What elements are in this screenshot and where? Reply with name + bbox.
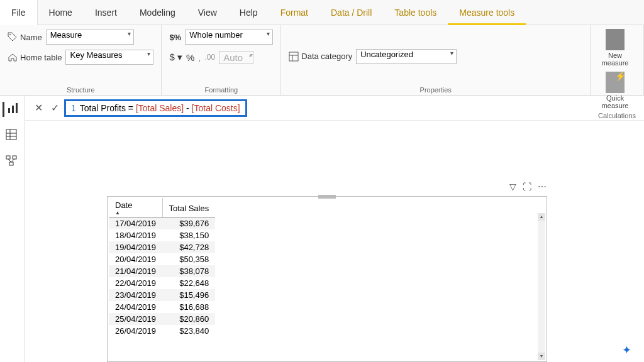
table-row[interactable]: 17/04/2019$39,676 <box>109 217 215 230</box>
group-formatting: $% Whole number $ ▾ % , .00 Auto Formatt… <box>162 25 281 95</box>
column-header-date[interactable]: Date▲ <box>109 198 162 217</box>
formula-bar: ✕ ✓ 1Total Profits = [Total Sales] - [To… <box>25 96 644 121</box>
svg-rect-12 <box>13 156 16 159</box>
group-label-structure: Structure <box>8 84 153 94</box>
tab-file[interactable]: File <box>0 0 38 25</box>
table-cell: 17/04/2019 <box>109 217 162 230</box>
svg-rect-7 <box>6 129 16 140</box>
decimal-button[interactable]: .00 <box>205 53 216 62</box>
table-row[interactable]: 18/04/2019$38,150 <box>109 229 215 241</box>
tab-modeling[interactable]: Modeling <box>128 0 187 25</box>
table-row[interactable]: 26/04/2019$23,840 <box>109 325 215 337</box>
table-cell: $38,150 <box>162 229 215 241</box>
table-cell: $15,496 <box>162 289 215 301</box>
category-icon <box>289 52 299 62</box>
name-input[interactable]: Measure <box>46 30 134 45</box>
table-cell: 21/04/2019 <box>109 265 162 277</box>
tag-icon <box>8 32 18 42</box>
filter-icon[interactable]: ▽ <box>509 182 516 192</box>
tab-table-tools[interactable]: Table tools <box>383 0 448 25</box>
table-cell: 26/04/2019 <box>109 325 162 337</box>
home-table-select[interactable]: Key Measures <box>65 50 153 65</box>
scroll-up-button[interactable]: ▴ <box>538 213 545 221</box>
comma-button[interactable]: , <box>198 52 201 63</box>
format-icon: $% <box>169 33 181 42</box>
ribbon: Name Measure Home table Key Measures Str… <box>0 25 644 96</box>
data-category-select[interactable]: Uncategorized <box>356 49 457 64</box>
data-category-label: Data category <box>289 52 352 62</box>
group-structure: Name Measure Home table Key Measures Str… <box>0 25 162 95</box>
table-cell: $22,648 <box>162 277 215 289</box>
table-cell: 20/04/2019 <box>109 253 162 265</box>
table-cell: 22/04/2019 <box>109 277 162 289</box>
table-cell: $39,676 <box>162 217 215 230</box>
table-row[interactable]: 20/04/2019$50,358 <box>109 253 215 265</box>
group-label-properties: Properties <box>289 84 582 94</box>
table-row[interactable]: 21/04/2019$38,078 <box>109 265 215 277</box>
format-select[interactable]: Whole number <box>185 30 273 45</box>
svg-rect-6 <box>16 103 18 113</box>
tab-measure-tools[interactable]: Measure tools <box>448 0 526 25</box>
tab-insert[interactable]: Insert <box>84 0 128 25</box>
tab-view[interactable]: View <box>187 0 228 25</box>
table-row[interactable]: 25/04/2019$20,860 <box>109 313 215 325</box>
subscribe-icon[interactable]: ✦ <box>622 343 631 357</box>
table-cell: $42,728 <box>162 241 215 253</box>
tab-home[interactable]: Home <box>38 0 84 25</box>
home-table-label: Home table <box>8 52 62 62</box>
table-row[interactable]: 19/04/2019$42,728 <box>109 241 215 253</box>
svg-line-15 <box>11 159 14 162</box>
data-view-button[interactable] <box>5 128 20 143</box>
table-cell: $16,688 <box>162 301 215 313</box>
svg-rect-13 <box>9 162 13 165</box>
table-row[interactable]: 23/04/2019$15,496 <box>109 289 215 301</box>
name-label: Name <box>8 32 42 42</box>
report-view-button[interactable] <box>3 102 18 117</box>
table-row[interactable]: 22/04/2019$22,648 <box>109 277 215 289</box>
table-cell: $38,078 <box>162 265 215 277</box>
home-icon <box>8 52 18 62</box>
table-cell: $50,358 <box>162 253 215 265</box>
calculator-icon <box>606 29 625 50</box>
group-label-formatting: Formatting <box>169 84 273 94</box>
table-visual[interactable]: ▽ ⛶ ⋯ Date▲ Total Sales 17/04/2019$39,67… <box>107 196 547 362</box>
group-calculations: New measure Quick measure Calculations <box>591 25 644 95</box>
focus-mode-icon[interactable]: ⛶ <box>523 182 531 192</box>
tab-format[interactable]: Format <box>269 0 319 25</box>
more-options-icon[interactable]: ⋯ <box>538 182 547 192</box>
tab-data-drill[interactable]: Data / Drill <box>319 0 383 25</box>
formula-input[interactable]: 1Total Profits = [Total Sales] - [Total … <box>64 99 247 117</box>
report-canvas[interactable]: ▽ ⛶ ⋯ Date▲ Total Sales 17/04/2019$39,67… <box>25 121 644 362</box>
vertical-scrollbar[interactable]: ▴ ▾ <box>538 213 545 360</box>
quick-measure-icon <box>606 72 625 93</box>
svg-rect-4 <box>8 108 10 113</box>
svg-line-14 <box>8 159 11 162</box>
svg-rect-11 <box>6 156 10 159</box>
model-view-button[interactable] <box>5 155 20 170</box>
table-cell: 19/04/2019 <box>109 241 162 253</box>
table-cell: $23,840 <box>162 325 215 337</box>
left-nav <box>0 96 25 362</box>
new-measure-button[interactable]: New measure <box>598 29 632 67</box>
scroll-down-button[interactable]: ▾ <box>538 353 545 360</box>
table-cell: 18/04/2019 <box>109 229 162 241</box>
line-number: 1 <box>71 103 76 113</box>
visual-header: ▽ ⛶ ⋯ <box>509 182 547 192</box>
table-cell: 25/04/2019 <box>109 313 162 325</box>
svg-rect-5 <box>12 106 14 113</box>
data-table: Date▲ Total Sales 17/04/2019$39,67618/04… <box>109 198 215 337</box>
tab-help[interactable]: Help <box>228 0 269 25</box>
currency-button[interactable]: $ ▾ <box>169 52 182 63</box>
resize-handle[interactable] <box>318 195 336 199</box>
sort-asc-icon: ▲ <box>115 210 156 216</box>
table-cell: $20,860 <box>162 313 215 325</box>
menu-bar: File Home Insert Modeling View Help Form… <box>0 0 644 25</box>
cancel-formula-button[interactable]: ✕ <box>31 101 45 115</box>
group-properties: Data category Uncategorized Properties <box>281 25 591 95</box>
commit-formula-button[interactable]: ✓ <box>48 101 62 115</box>
percent-button[interactable]: % <box>186 52 194 63</box>
decimal-places[interactable]: Auto <box>219 51 253 64</box>
column-header-total-sales[interactable]: Total Sales <box>162 198 215 217</box>
table-row[interactable]: 24/04/2019$16,688 <box>109 301 215 313</box>
svg-point-0 <box>9 34 11 35</box>
